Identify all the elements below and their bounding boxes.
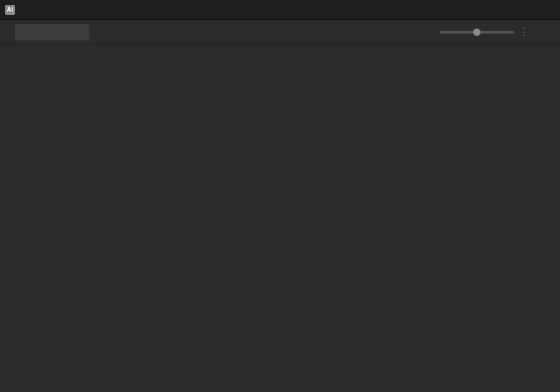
toolbar: ⋮ <box>0 20 560 45</box>
window-controls <box>504 4 555 16</box>
filter-button[interactable] <box>550 31 555 33</box>
minimize-button[interactable] <box>504 4 520 16</box>
app-icon: AI <box>5 5 15 15</box>
main-content <box>0 45 560 392</box>
title-bar: AI <box>0 0 560 20</box>
zoom-slider[interactable] <box>440 31 514 33</box>
title-bar-left: AI <box>5 5 19 15</box>
maximize-button[interactable] <box>522 4 538 16</box>
separator-icon: ⋮ <box>519 26 529 38</box>
view-mode-button[interactable] <box>540 31 545 33</box>
upload-icon[interactable] <box>5 30 10 35</box>
path-input[interactable] <box>15 24 89 40</box>
close-button[interactable] <box>539 4 555 16</box>
